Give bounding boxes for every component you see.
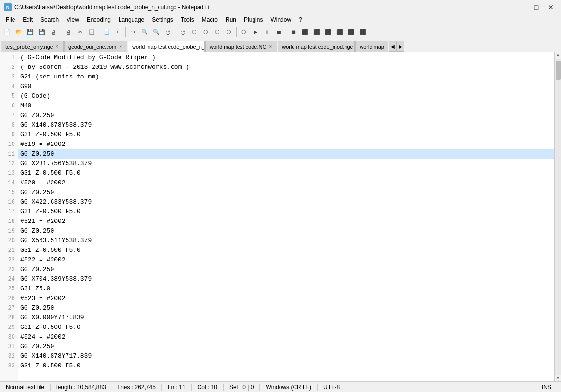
maximize-button[interactable]: □ xyxy=(530,2,543,12)
toolbar-btn-3[interactable]: 💾 xyxy=(37,27,47,38)
toolbar-btn-7[interactable]: 📋 xyxy=(86,27,97,38)
line-num-10: 10 xyxy=(0,140,18,149)
close-button[interactable]: ✕ xyxy=(545,2,557,12)
menu-item-search[interactable]: Search xyxy=(37,15,63,24)
menu-item-encoding[interactable]: Encoding xyxy=(83,15,115,24)
line-num-19: 19 xyxy=(0,226,18,236)
toolbar-separator-8 xyxy=(99,27,99,37)
menu-item-file[interactable]: File xyxy=(2,15,19,24)
toolbar-btn-15[interactable]: ⬡ xyxy=(189,27,200,38)
scroll-up-arrow[interactable]: ▲ xyxy=(555,52,561,59)
line-num-9: 9 xyxy=(0,130,18,140)
menu-item-plugins[interactable]: Plugins xyxy=(240,15,267,24)
toolbar-btn-21[interactable]: ⏸ xyxy=(262,27,272,38)
toolbar-btn-6[interactable]: ✂ xyxy=(75,27,85,38)
toolbar-btn-22[interactable]: ⏹ xyxy=(273,27,284,38)
toolbar-btn-1[interactable]: 📂 xyxy=(13,27,24,38)
tab-close-1[interactable]: × xyxy=(118,44,123,49)
line-num-2: 2 xyxy=(0,63,18,72)
toolbar-btn-8[interactable]: 📃 xyxy=(101,27,112,38)
line-num-11: 11 xyxy=(0,149,18,159)
status-col: Col : 10 xyxy=(192,384,224,391)
code-area[interactable]: ( G-Code Modified by G-Code Ripper ) ( b… xyxy=(18,52,554,381)
line-num-30: 30 xyxy=(0,332,18,342)
line-num-15: 15 xyxy=(0,188,18,197)
toolbar-btn-20[interactable]: ▶ xyxy=(250,27,261,38)
menu-item-?[interactable]: ? xyxy=(295,15,306,24)
toolbar-btn-11[interactable]: 🔍 xyxy=(139,27,150,38)
line-num-14: 14 xyxy=(0,178,18,188)
line-num-23: 23 xyxy=(0,265,18,274)
tab-2[interactable]: world map test code_probe_n_cut.ngc× xyxy=(128,41,205,52)
code-line-13: G31 Z-0.500 F5.0 xyxy=(18,169,554,178)
toolbar-btn-28[interactable]: ⬛ xyxy=(346,27,357,38)
toolbar-btn-0[interactable]: 📄 xyxy=(2,27,13,38)
scroll-track[interactable] xyxy=(555,59,561,375)
status-sel: Sel : 0 | 0 xyxy=(224,384,260,391)
status-length: length : 10,584,883 xyxy=(51,384,112,391)
tab-4[interactable]: world map test code_mod.ngc× xyxy=(278,41,355,52)
tab-5[interactable]: world map xyxy=(355,41,388,52)
code-line-16: G0 X422.633Y538.379 xyxy=(18,197,554,207)
tab-label-4: world map test code_mod.ngc xyxy=(282,44,353,50)
tab-3[interactable]: world map test code.NC× xyxy=(205,41,277,52)
toolbar-btn-2[interactable]: 💾 xyxy=(25,27,36,38)
tabs-bar: test_probe_only.ngc×gcode_our_cnc.com×wo… xyxy=(0,39,561,52)
toolbar-btn-27[interactable]: ⬛ xyxy=(334,27,345,38)
toolbar-btn-4[interactable]: 🖨 xyxy=(48,27,59,38)
menu-item-tools[interactable]: Tools xyxy=(177,15,198,24)
scroll-down-arrow[interactable]: ▼ xyxy=(555,375,561,381)
tab-close-0[interactable]: × xyxy=(54,44,59,49)
line-num-22: 22 xyxy=(0,255,18,265)
scroll-thumb[interactable] xyxy=(556,61,561,80)
code-line-23: G0 Z0.250 xyxy=(18,265,554,274)
toolbar-btn-18[interactable]: ⬡ xyxy=(224,27,234,38)
line-num-7: 7 xyxy=(0,111,18,120)
line-num-8: 8 xyxy=(0,120,18,130)
code-line-32: G0 X140.878Y717.839 xyxy=(18,352,554,361)
menu-item-view[interactable]: View xyxy=(63,15,83,24)
code-line-17: G31 Z-0.500 F5.0 xyxy=(18,207,554,217)
scrollbar[interactable]: ▲ ▼ xyxy=(554,52,561,381)
toolbar-btn-9[interactable]: ↩ xyxy=(113,27,123,38)
toolbar-btn-24[interactable]: ⬛ xyxy=(300,27,310,38)
menu-item-language[interactable]: Language xyxy=(115,15,148,24)
line-num-12: 12 xyxy=(0,159,18,169)
line-num-28: 28 xyxy=(0,313,18,323)
toolbar-btn-17[interactable]: ⬡ xyxy=(212,27,223,38)
toolbar-btn-16[interactable]: ⬡ xyxy=(200,27,211,38)
code-line-5: (G Code) xyxy=(18,91,554,101)
tab-label-5: world map xyxy=(360,44,384,50)
toolbar-btn-25[interactable]: ⬛ xyxy=(311,27,322,38)
tab-0[interactable]: test_probe_only.ngc× xyxy=(1,41,64,52)
toolbar-btn-23[interactable]: ◼ xyxy=(288,27,299,38)
code-line-30: #524 = #2002 xyxy=(18,332,554,342)
code-line-7: G0 Z0.250 xyxy=(18,111,554,120)
tab-1[interactable]: gcode_our_cnc.com× xyxy=(64,41,127,52)
menu-item-edit[interactable]: Edit xyxy=(19,15,37,24)
toolbar-btn-13[interactable]: ⭯ xyxy=(162,27,173,38)
toolbar-btn-12[interactable]: 🔍 xyxy=(151,27,161,38)
menu-item-settings[interactable]: Settings xyxy=(148,15,176,24)
tabs-scroll-right[interactable]: ▶ xyxy=(397,41,404,52)
toolbar-btn-14[interactable]: ⭯ xyxy=(177,27,188,38)
line-num-13: 13 xyxy=(0,169,18,178)
menu-item-run[interactable]: Run xyxy=(222,15,240,24)
tabs-scroll-left[interactable]: ◀ xyxy=(389,41,397,52)
line-num-4: 4 xyxy=(0,82,18,91)
toolbar-btn-19[interactable]: ⬡ xyxy=(239,27,249,38)
toolbar-btn-10[interactable]: ↪ xyxy=(128,27,138,38)
tab-label-2: world map test code_probe_n_cut.ngc xyxy=(132,44,205,50)
line-num-20: 20 xyxy=(0,236,18,246)
toolbar-btn-29[interactable]: ⬛ xyxy=(358,27,368,38)
tab-label-3: world map test code.NC xyxy=(210,44,266,50)
tab-close-3[interactable]: × xyxy=(268,44,273,49)
window-controls: — □ ✕ xyxy=(516,2,557,12)
line-num-6: 6 xyxy=(0,101,18,111)
code-line-14: #520 = #2002 xyxy=(18,178,554,188)
toolbar-btn-5[interactable]: 🖨 xyxy=(63,27,74,38)
toolbar-btn-26[interactable]: ⬛ xyxy=(323,27,334,38)
menu-item-macro[interactable]: Macro xyxy=(198,15,222,24)
minimize-button[interactable]: — xyxy=(516,2,528,12)
menu-item-window[interactable]: Window xyxy=(267,15,295,24)
